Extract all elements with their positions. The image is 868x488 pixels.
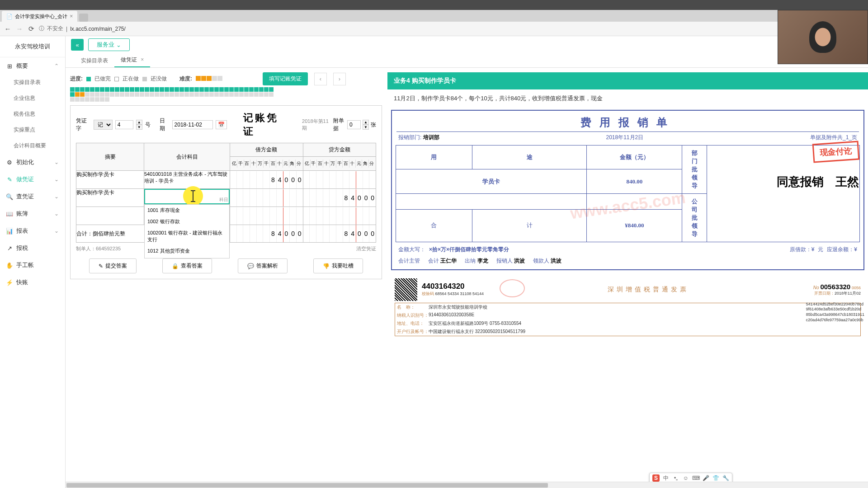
reload-icon[interactable]: ⟳ — [27, 25, 35, 33]
browser-tab[interactable]: 📄 会计学堂实操中心_会计 × — [2, 11, 77, 22]
forward-icon[interactable]: → — [15, 25, 24, 33]
address-bar: ← → ⟳ ⓘ 不安全 | lx.acc5.com/main_275/ — [0, 22, 868, 36]
close-icon[interactable]: × — [70, 13, 73, 19]
webcam-overlay — [778, 10, 868, 36]
back-icon[interactable]: ← — [4, 25, 12, 33]
browser-tab-bar: 📄 会计学堂实操中心_会计 × — [0, 10, 868, 22]
info-icon: ⓘ — [39, 25, 44, 33]
page-icon: 📄 — [6, 14, 13, 19]
url-field[interactable]: ⓘ 不安全 | lx.acc5.com/main_275/ — [39, 25, 220, 33]
url-text: lx.acc5.com/main_275/ — [70, 26, 126, 32]
tab-title: 会计学堂实操中心_会计 — [15, 13, 67, 20]
new-tab-button[interactable] — [79, 14, 88, 22]
window-titlebar — [0, 0, 868, 10]
security-label: 不安全 — [47, 25, 63, 33]
